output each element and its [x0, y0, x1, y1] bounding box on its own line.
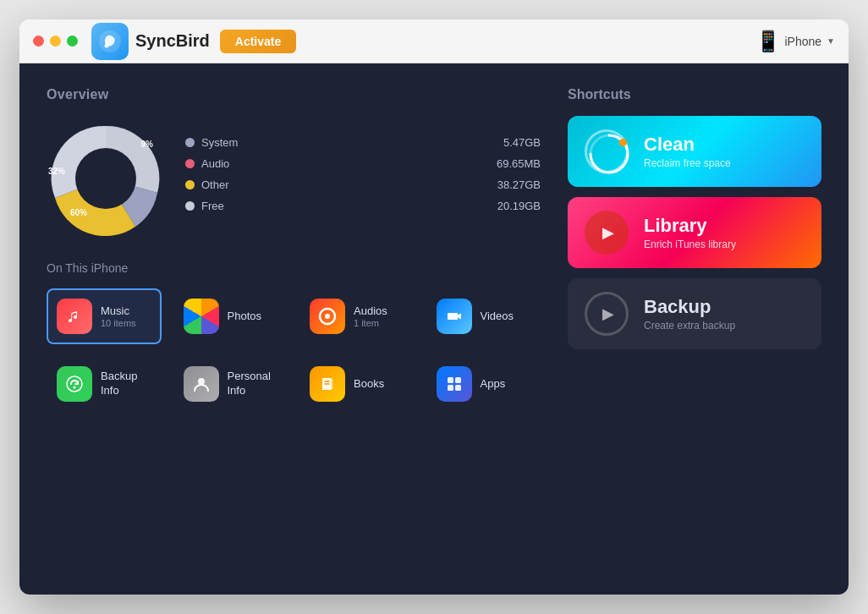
library-shortcut-card[interactable]: ▶ Library Enrich iTunes library — [568, 197, 821, 268]
personal-info-item-name: Personal Info — [228, 370, 278, 398]
legend-value-system: 5.47GB — [481, 136, 541, 149]
clean-card-title: Clean — [644, 134, 731, 156]
photos-item-info: Photos — [228, 310, 261, 324]
right-panel: Shortcuts Clean Reclaim free space — [568, 87, 821, 571]
app-logo — [91, 23, 129, 60]
left-panel: Overview — [47, 87, 541, 571]
svg-point-2 — [75, 148, 136, 209]
app-name-label: SyncBird — [135, 31, 210, 51]
legend-table: System 5.47GB Audio 69.65MB Other 38.27G… — [185, 136, 541, 221]
legend-dot-other — [185, 180, 195, 189]
audios-item-sub: 1 item — [354, 318, 387, 328]
legend-dot-system — [185, 138, 195, 147]
legend-value-other: 38.27GB — [481, 178, 541, 191]
clean-shortcut-card[interactable]: Clean Reclaim free space — [568, 116, 821, 187]
iphone-item-videos[interactable]: Videos — [426, 288, 541, 344]
photos-item-name: Photos — [228, 310, 261, 324]
personal-info-item-info: Personal Info — [228, 370, 278, 398]
music-item-sub: 10 items — [101, 318, 136, 328]
device-info: 📱 iPhone ▼ — [756, 26, 836, 57]
backup-card-title: Backup — [644, 296, 735, 318]
clean-circle — [585, 129, 629, 173]
minimize-button[interactable] — [50, 36, 61, 47]
apps-app-icon — [437, 366, 472, 402]
library-circle: ▶ — [585, 211, 629, 255]
apps-item-info: Apps — [481, 377, 506, 392]
audios-item-info: Audios 1 item — [354, 304, 387, 329]
activate-button[interactable]: Activate — [220, 30, 296, 53]
iphone-item-backup-info[interactable]: Backup Info — [47, 356, 162, 412]
library-play-icon: ▶ — [602, 223, 614, 242]
iphone-item-music[interactable]: Music 10 items — [47, 288, 162, 344]
svg-point-7 — [198, 378, 205, 385]
backup-circle: ▶ — [585, 292, 629, 336]
audios-item-name: Audios — [354, 304, 387, 319]
iphone-item-personal-info[interactable]: Personal Info — [173, 356, 288, 412]
backup-info-item-name: Backup Info — [101, 370, 151, 398]
backup-info-item-info: Backup Info — [101, 370, 151, 398]
overview-title: Overview — [47, 87, 541, 102]
apps-item-name: Apps — [481, 377, 506, 392]
svg-rect-13 — [455, 385, 461, 391]
music-item-info: Music 10 items — [101, 304, 136, 329]
personal-info-app-icon — [184, 366, 219, 402]
overview-section: Overview — [47, 87, 541, 238]
library-card-text: Library Enrich iTunes library — [644, 215, 736, 250]
clean-card-text: Clean Reclaim free space — [644, 134, 731, 169]
library-card-title: Library — [644, 215, 736, 237]
iphone-item-apps[interactable]: Apps — [426, 356, 541, 412]
books-app-icon — [310, 366, 345, 402]
svg-point-4 — [325, 314, 330, 319]
device-dropdown-arrow[interactable]: ▼ — [827, 36, 835, 46]
svg-point-6 — [74, 386, 76, 389]
pie-label-32: 32% — [48, 167, 65, 176]
iphone-grid: Music 10 items Photos — [47, 288, 541, 412]
legend-system: System 5.47GB — [185, 136, 541, 149]
pie-label-60: 60% — [70, 208, 87, 217]
device-name-label: iPhone — [785, 35, 822, 48]
legend-audio: Audio 69.65MB — [185, 157, 541, 170]
iphone-item-photos[interactable]: Photos — [173, 288, 288, 344]
backup-shortcut-card[interactable]: ▶ Backup Create extra backup — [568, 278, 821, 349]
svg-rect-11 — [455, 377, 461, 383]
app-window: SyncBird Activate 📱 iPhone ▼ Overview — [19, 19, 849, 595]
device-icon: 📱 — [756, 26, 780, 57]
backup-play-icon: ▶ — [602, 304, 614, 323]
photos-app-icon — [184, 299, 219, 334]
pie-label-9: 9% — [141, 140, 153, 149]
legend-label-system: System — [201, 136, 475, 149]
backup-card-subtitle: Create extra backup — [644, 320, 735, 332]
legend-label-audio: Audio — [201, 157, 475, 170]
books-item-name: Books — [354, 377, 384, 392]
music-app-icon — [57, 299, 92, 334]
on-iphone-section: On This iPhone Music 10 items — [47, 261, 541, 412]
chart-legend-row: 9% 32% 60% System 5.47GB Audio — [47, 119, 541, 238]
svg-rect-12 — [448, 385, 453, 391]
legend-label-other: Other — [201, 178, 475, 191]
maximize-button[interactable] — [67, 36, 78, 47]
legend-free: Free 20.19GB — [185, 200, 541, 212]
legend-dot-audio — [185, 159, 195, 168]
videos-item-info: Videos — [481, 310, 514, 324]
main-content: Overview — [19, 63, 849, 595]
books-item-info: Books — [354, 377, 384, 392]
on-iphone-title: On This iPhone — [47, 261, 541, 275]
legend-other: Other 38.27GB — [185, 178, 541, 191]
svg-rect-10 — [448, 377, 453, 383]
videos-app-icon — [437, 299, 472, 334]
pie-chart: 9% 32% 60% — [47, 119, 165, 238]
shortcuts-title: Shortcuts — [568, 87, 821, 102]
legend-label-free: Free — [201, 200, 475, 212]
music-item-name: Music — [101, 304, 136, 319]
clean-card-subtitle: Reclaim free space — [644, 157, 731, 169]
legend-value-audio: 69.65MB — [481, 157, 541, 170]
iphone-item-audios[interactable]: Audios 1 item — [299, 288, 415, 344]
backup-info-app-icon — [57, 366, 92, 402]
traffic-lights — [33, 36, 78, 47]
svg-point-1 — [105, 43, 109, 47]
close-button[interactable] — [33, 36, 44, 47]
backup-card-text: Backup Create extra backup — [644, 296, 735, 332]
library-card-subtitle: Enrich iTunes library — [644, 238, 736, 250]
legend-value-free: 20.19GB — [481, 200, 541, 212]
iphone-item-books[interactable]: Books — [299, 356, 415, 412]
